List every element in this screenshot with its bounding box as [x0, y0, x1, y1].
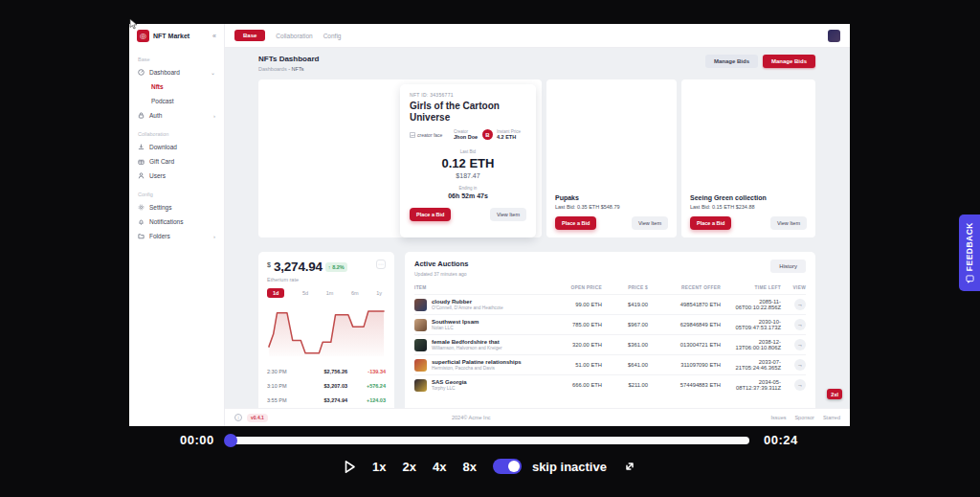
history-button[interactable]: History	[770, 260, 806, 273]
sidebar-item-label: Notifications	[149, 218, 183, 225]
breadcrumb: Dashboards - NFTs	[258, 66, 319, 72]
timeline-handle[interactable]	[224, 434, 237, 447]
view-auction-arrow-button[interactable]: →	[794, 379, 806, 391]
tab-base[interactable]: Base	[234, 30, 265, 41]
sidebar-item-settings[interactable]: Settings	[129, 200, 224, 215]
footer-link-starred[interactable]: Starred	[823, 415, 840, 420]
recent-offer: 311097090 ETH	[648, 362, 721, 368]
info-icon: i	[234, 414, 242, 421]
speed-1x-button[interactable]: 1x	[372, 460, 386, 474]
timeline-track[interactable]	[225, 437, 749, 444]
eth-rate-subtitle: Etherium rate	[267, 277, 386, 282]
range-tab-6m[interactable]: 6m	[351, 290, 359, 296]
tab-collaboration[interactable]: Collaboration	[276, 33, 312, 39]
sidebar-item-auth[interactable]: Auth ›	[129, 108, 224, 123]
play-button[interactable]	[344, 460, 356, 474]
range-tab-1d[interactable]: 1d	[267, 288, 284, 298]
auction-row: SAS GeorgiaTorphy LLC 666.00 ETH $211.00…	[414, 374, 806, 395]
sidebar-item-nfts[interactable]: Nfts	[129, 79, 224, 94]
sidebar-item-gift-card[interactable]: Gift Card	[129, 154, 224, 169]
player-controls: 1x 2x 4x 8x skip inactive	[0, 459, 980, 474]
download-icon	[138, 144, 145, 150]
price-usd: $967.00	[602, 322, 648, 328]
view-item-button[interactable]: View Item	[490, 208, 526, 221]
range-tab-5d[interactable]: 5d	[302, 290, 308, 296]
sidebar-item-label: Folders	[149, 233, 170, 239]
mouse-cursor-icon	[129, 18, 139, 30]
change-badge: ↑ 8.2%	[325, 262, 347, 272]
view-auction-arrow-button[interactable]: →	[794, 359, 806, 371]
timeline-total-time: 00:24	[764, 433, 798, 447]
side-card-pupaks: Pupaks Last Bid: 0.35 ETH $548.79 Place …	[546, 79, 677, 237]
user-avatar[interactable]	[828, 30, 840, 42]
manage-bids-secondary-button[interactable]: Manage Bids	[705, 55, 758, 68]
sidebar-item-dashboard[interactable]: Dashboard ⌄	[129, 65, 224, 79]
skip-inactive-label: skip inactive	[532, 460, 607, 474]
version-badge: v0.4.1	[247, 414, 268, 422]
rate-history-list: 2:30 PM $2,756.26 -139.34 3:10 PM $3,207…	[267, 364, 386, 407]
sidebar-item-download[interactable]: Download	[129, 140, 224, 154]
view-auction-arrow-button[interactable]: →	[794, 299, 806, 310]
place-bid-button[interactable]: Place a Bid	[410, 208, 451, 221]
price-usd: $419.00	[602, 302, 648, 307]
open-price: 785.00 ETH	[546, 322, 602, 328]
sidebar-item-folders[interactable]: Folders ›	[129, 229, 224, 243]
broken-image-icon	[410, 132, 415, 138]
topbar: Base Collaboration Config	[225, 24, 850, 48]
nft-thumbnail	[414, 299, 427, 311]
sidebar-item-users[interactable]: Users	[129, 169, 224, 183]
chart-menu-icon[interactable]: ⋯	[376, 260, 386, 269]
view-item-button[interactable]: View Item	[770, 216, 807, 230]
rate-delta: +124.03	[361, 397, 386, 403]
main-area: Base Collaboration Config NFTs Dashboard…	[225, 24, 850, 426]
last-bid-label: Last Bid	[410, 149, 526, 154]
rate-time: 3:10 PM	[267, 383, 286, 389]
collection-last-bid: Last Bid: 0.15 ETH $234.88	[690, 204, 807, 210]
col-recent-offer: RECENT OFFER	[648, 285, 721, 290]
rate-value: $3,274.94	[324, 397, 347, 403]
auction-owner: O'Connell, D'Amore and Heathcote	[432, 305, 503, 310]
place-bid-button[interactable]: Place a Bid	[555, 216, 596, 230]
range-tab-1m[interactable]: 1m	[326, 290, 334, 296]
dashboard-icon	[138, 69, 145, 76]
footer-link-issues[interactable]: Issues	[771, 415, 787, 420]
nft-thumbnail	[414, 339, 427, 351]
chevron-down-icon: ⌄	[211, 69, 215, 76]
open-price: 320.00 ETH	[546, 342, 602, 348]
auction-name: Southwest Ipsam	[432, 319, 479, 325]
breadcrumb-parent[interactable]: Dashboards	[258, 66, 287, 72]
feedback-button[interactable]: FEEDBACK	[959, 215, 980, 291]
feedback-chat-icon	[966, 275, 974, 283]
manage-bids-primary-button[interactable]: Manage Bids	[763, 55, 815, 68]
speed-8x-button[interactable]: 8x	[462, 460, 476, 474]
sidebar-item-label: Dashboard	[149, 69, 180, 76]
ending-label: Ending in	[410, 186, 526, 191]
view-auction-arrow-button[interactable]: →	[794, 339, 806, 350]
auction-name: female Bedfordshire that	[432, 339, 502, 345]
rate-delta: -139.34	[361, 369, 386, 374]
sidebar-collapse-icon[interactable]: «	[212, 33, 216, 39]
timeline-current-time: 00:00	[180, 433, 214, 447]
rate-row: 3:10 PM $3,207.03 +576.24	[267, 378, 386, 393]
instant-price-label: Instant Price	[497, 129, 522, 134]
sidebar: ◎ NFT Market « Base Dashboard ⌄ Nfts Pod…	[129, 24, 225, 426]
view-item-button[interactable]: View Item	[632, 216, 668, 230]
sidebar-item-podcast[interactable]: Podcast	[129, 94, 224, 108]
range-tab-1y[interactable]: 1y	[376, 290, 382, 296]
footer-link-sponsor[interactable]: Sponsor	[794, 415, 814, 420]
time-left: 2038-12-13T06:00:10.806Z	[721, 339, 781, 350]
fullscreen-button[interactable]	[623, 460, 636, 473]
skip-inactive-toggle[interactable]	[493, 459, 522, 474]
tab-config[interactable]: Config	[323, 33, 342, 39]
place-bid-button[interactable]: Place a Bid	[690, 216, 731, 230]
collection-last-bid: Last Bid: 0.35 ETH $548.79	[555, 204, 668, 210]
creator-row: creator face Creator Jhon Doe B Instant …	[410, 129, 526, 141]
speed-4x-button[interactable]: 4x	[433, 460, 446, 474]
sidebar-item-notifications[interactable]: Notifications	[129, 215, 224, 229]
view-auction-arrow-button[interactable]: →	[794, 319, 806, 330]
hero-row: NFT ID: 34356771 Girls of the Cartoon Un…	[258, 79, 815, 237]
user-icon	[138, 172, 145, 179]
eth-rate-card: $ 3,274.94 ↑ 8.2% ⋯ Etherium rate 1d 5d …	[258, 252, 394, 415]
nft-thumbnail	[414, 319, 427, 331]
speed-2x-button[interactable]: 2x	[403, 460, 416, 474]
